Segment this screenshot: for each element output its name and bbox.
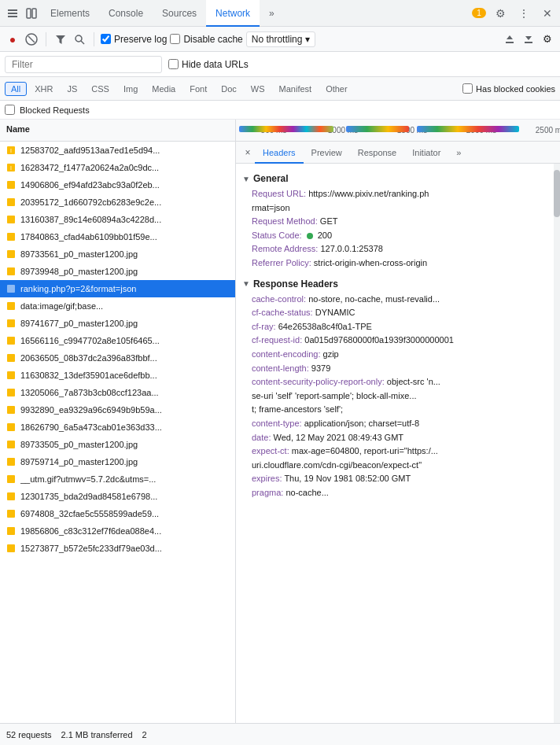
- tab-response[interactable]: Response: [350, 142, 405, 164]
- file-name-text: 89733561_p0_master1200.jpg: [20, 249, 138, 259]
- tab-more[interactable]: »: [448, 142, 469, 164]
- list-item[interactable]: 89759714_p0_master1200.jpg: [0, 453, 235, 470]
- tab-network[interactable]: Network: [206, 0, 260, 27]
- record-button[interactable]: ●: [5, 31, 20, 47]
- tab-sources[interactable]: Sources: [153, 0, 206, 27]
- hide-data-urls-checkbox[interactable]: [168, 59, 179, 69]
- settings-icon[interactable]: ⚙: [491, 4, 510, 23]
- type-btn-media[interactable]: Media: [146, 82, 182, 96]
- type-btn-xhr[interactable]: XHR: [28, 82, 59, 96]
- tab-initiator[interactable]: Initiator: [404, 142, 448, 164]
- svg-rect-1: [8, 13, 17, 14]
- svg-rect-39: [7, 544, 15, 552]
- list-item[interactable]: 6974808_32cfae5c5558599ade59...: [0, 505, 235, 522]
- file-name-text: ranking.php?p=2&format=json: [20, 284, 136, 293]
- top-tab-bar: Elements Console Sources Network » 1 ⚙ ⋮…: [0, 0, 560, 27]
- devtools-toggle-icon[interactable]: [3, 4, 22, 23]
- list-item[interactable]: 18626790_6a5a473cab01e363d33...: [0, 419, 235, 436]
- list-item[interactable]: 89739948_p0_master1200.jpg: [0, 263, 235, 280]
- referrer-label: Referrer Policy:: [252, 258, 311, 267]
- type-btn-ws[interactable]: WS: [245, 82, 271, 96]
- svg-rect-25: [7, 302, 15, 310]
- filter-input[interactable]: [5, 56, 162, 73]
- scrollbar-thumb[interactable]: [554, 170, 560, 217]
- list-item[interactable]: 89741677_p0_master1200.jpg: [0, 315, 235, 332]
- preserve-log-label[interactable]: Preserve log: [101, 34, 167, 45]
- list-item-selected[interactable]: ranking.php?p=2&format=json: [0, 280, 235, 297]
- disable-cache-checkbox[interactable]: [170, 34, 180, 44]
- list-item[interactable]: data:image/gif;base...: [0, 297, 235, 315]
- svg-rect-22: [7, 250, 15, 258]
- general-section-header[interactable]: ▼ General: [242, 173, 547, 184]
- request-url-cont-row: rmat=json: [242, 201, 547, 216]
- list-item[interactable]: I 16283472_f1477a20624a2a0c9dc...: [0, 159, 235, 176]
- type-btn-doc[interactable]: Doc: [215, 82, 243, 96]
- close-icon[interactable]: ✕: [538, 4, 557, 23]
- file-type-icon: [5, 404, 17, 416]
- throttle-select[interactable]: No throttling ▾: [246, 31, 316, 47]
- type-btn-font[interactable]: Font: [183, 82, 213, 96]
- hide-data-urls-label[interactable]: Hide data URLs: [168, 59, 249, 70]
- warning-badge: 1: [472, 8, 486, 18]
- file-type-icon: [5, 196, 17, 208]
- tab-overflow[interactable]: »: [260, 0, 284, 27]
- file-type-icon: [5, 490, 17, 503]
- list-item[interactable]: 19856806_c83c312ef7f6dea088e4...: [0, 522, 235, 540]
- section-arrow-icon: ▼: [242, 279, 250, 288]
- list-item[interactable]: 20395172_1d660792cb6283e9c2e...: [0, 194, 235, 211]
- list-item[interactable]: 15273877_b572e5fc233df79ae03d...: [0, 540, 235, 557]
- list-item[interactable]: 13160387_89c14e60894a3c4228d...: [0, 211, 235, 228]
- type-btn-other[interactable]: Other: [319, 82, 354, 96]
- request-method-row: Request Method: GET: [242, 215, 547, 229]
- list-item[interactable]: 9932890_ea9329a96c6949b9b59a...: [0, 401, 235, 419]
- panel-layout-icon[interactable]: [22, 4, 41, 23]
- export-icon[interactable]: [521, 31, 536, 47]
- search-icon[interactable]: [72, 31, 87, 47]
- main-content: I 12583702_aafd9513aa7ed1e5d94... I 1628…: [0, 142, 560, 723]
- list-item[interactable]: __utm.gif?utmwv=5.7.2dc&utms=...: [0, 470, 235, 488]
- file-name-text: 89759714_p0_master1200.jpg: [20, 457, 138, 467]
- list-item[interactable]: 12301735_bda2d9ad84581e6798...: [0, 488, 235, 505]
- file-name-text: 12583702_aafd9513aa7ed1e5d94...: [20, 146, 160, 155]
- file-type-icon: [5, 438, 17, 451]
- list-item[interactable]: 89733505_p0_master1200.jpg: [0, 436, 235, 453]
- request-url-value: https://www.pixiv.net/ranking.ph: [308, 189, 429, 198]
- type-btn-img[interactable]: Img: [117, 82, 144, 96]
- import-icon[interactable]: [502, 31, 518, 47]
- has-blocked-cookies-label[interactable]: Has blocked cookies: [462, 83, 555, 94]
- file-type-icon: [5, 542, 17, 555]
- tab-preview[interactable]: Preview: [304, 142, 350, 164]
- file-name-text: 11630832_13def35901ace6defbb...: [20, 371, 157, 380]
- preserve-log-checkbox[interactable]: [101, 34, 111, 44]
- list-item[interactable]: 17840863_cfad4ab6109bb01f59e...: [0, 228, 235, 245]
- svg-rect-10: [506, 42, 514, 43]
- list-item[interactable]: 14906806_ef94afd23abc93a0f2eb...: [0, 176, 235, 194]
- file-type-icon: [5, 421, 17, 433]
- list-item[interactable]: 20636505_08b37dc2a396a83fbbf...: [0, 349, 235, 367]
- has-blocked-cookies-checkbox[interactable]: [462, 83, 473, 94]
- right-panel-scrollbar[interactable]: [554, 164, 560, 723]
- response-headers-section[interactable]: ▼ Response Headers: [242, 278, 547, 290]
- blocked-requests-checkbox[interactable]: [5, 105, 15, 115]
- more-options-icon[interactable]: ⋮: [514, 4, 533, 23]
- list-item[interactable]: 13205066_7a873b3cb08ccf123aa...: [0, 384, 235, 401]
- request-url-label: Request URL:: [252, 189, 306, 198]
- type-btn-manifest[interactable]: Manifest: [273, 82, 319, 96]
- list-item[interactable]: 89733561_p0_master1200.jpg: [0, 245, 235, 263]
- type-btn-js[interactable]: JS: [61, 82, 83, 96]
- filter-icon[interactable]: [53, 31, 68, 47]
- list-item[interactable]: I 12583702_aafd9513aa7ed1e5d94...: [0, 142, 235, 159]
- file-type-icon: [5, 265, 17, 278]
- list-item[interactable]: 11630832_13def35901ace6defbb...: [0, 367, 235, 384]
- tab-elements[interactable]: Elements: [41, 0, 99, 27]
- stop-button[interactable]: [24, 31, 39, 47]
- disable-cache-label[interactable]: Disable cache: [170, 34, 242, 45]
- list-item[interactable]: 16566116_c9947702a8e105f6465...: [0, 332, 235, 349]
- type-btn-all[interactable]: All: [5, 82, 27, 96]
- tab-headers[interactable]: Headers: [255, 142, 304, 164]
- svg-marker-11: [507, 35, 513, 39]
- network-settings-icon[interactable]: ⚙: [540, 31, 555, 47]
- type-btn-css[interactable]: CSS: [85, 82, 116, 96]
- panel-close-button[interactable]: ×: [241, 146, 255, 160]
- tab-console[interactable]: Console: [99, 0, 153, 27]
